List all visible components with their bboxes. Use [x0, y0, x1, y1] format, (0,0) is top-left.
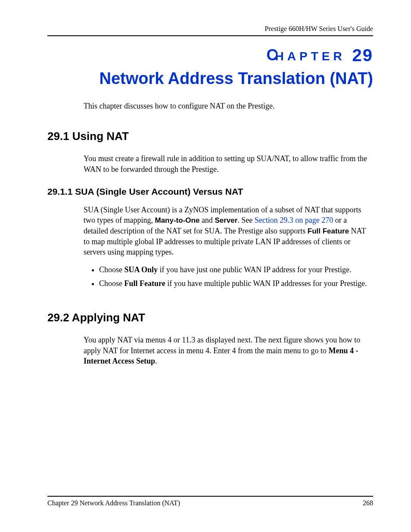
footer-rule: [47, 496, 373, 497]
text-run: . See: [237, 216, 255, 224]
bold-sua-only: SUA Only: [125, 265, 158, 274]
chapter-number: 29: [352, 46, 374, 65]
text-run: and: [199, 216, 215, 224]
page-footer: Chapter 29 Network Address Translation (…: [47, 496, 373, 507]
text-run: if you have just one public WAN IP addre…: [158, 265, 351, 274]
footer-chapter-ref: Chapter 29 Network Address Translation (…: [47, 499, 180, 507]
chapter-label: CHAPTER 29: [47, 46, 373, 65]
chapter-label-rest: HAPTER: [275, 50, 346, 63]
section-29-1-heading: 29.1 Using NAT: [47, 130, 373, 143]
section-29-2-heading: 29.2 Applying NAT: [47, 311, 373, 324]
chapter-title: Network Address Translation (NAT): [47, 68, 373, 90]
bold-full-feature-2: Full Feature: [125, 279, 165, 288]
list-item: Choose SUA Only if you have just one pub…: [99, 264, 373, 275]
page-number: 268: [363, 499, 373, 507]
running-header: Prestige 660H/HW Series User's Guide: [47, 25, 373, 33]
bullet-list: Choose SUA Only if you have just one pub…: [84, 264, 373, 289]
bold-many-to-one: Many-to-One: [155, 216, 199, 224]
section-29-2-para: You apply NAT via menus 4 or 11.3 as dis…: [84, 335, 373, 366]
text-run: if you have multiple public WAN IP addre…: [165, 279, 367, 288]
text-run: You apply NAT via menus 4 or 11.3 as dis…: [84, 336, 360, 355]
section-29-1-1-heading: 29.1.1 SUA (Single User Account) Versus …: [47, 187, 373, 197]
section-29-1-para: You must create a firewall rule in addit…: [84, 153, 373, 174]
text-run: Choose: [99, 265, 125, 274]
header-rule: [47, 35, 373, 36]
list-item: Choose Full Feature if you have multiple…: [99, 278, 373, 289]
bold-server: Server: [215, 216, 237, 224]
text-run: .: [155, 357, 157, 365]
chapter-intro: This chapter discusses how to configure …: [84, 102, 373, 111]
xref-link[interactable]: Section 29.3 on page 270: [255, 216, 333, 224]
text-run: Choose: [99, 279, 125, 288]
bold-full-feature: Full Feature: [308, 227, 349, 235]
section-29-1-1-para: SUA (Single User Account) is a ZyNOS imp…: [84, 205, 373, 258]
